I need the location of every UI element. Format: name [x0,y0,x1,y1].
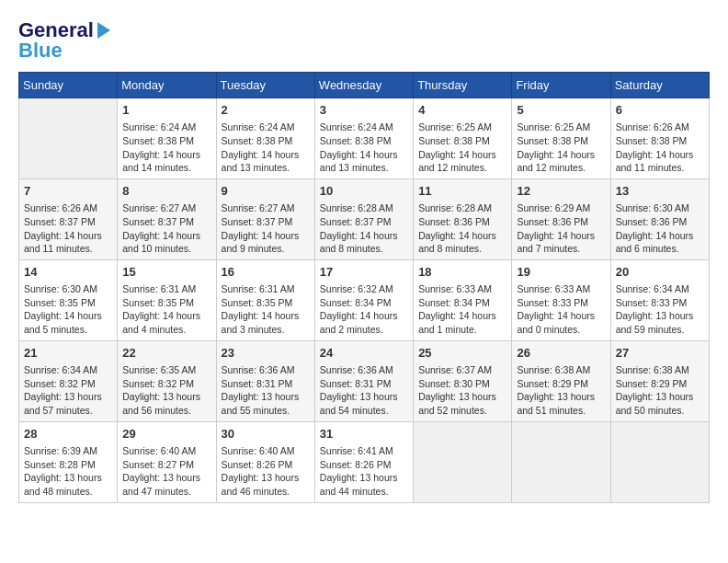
calendar-cell: 28Sunrise: 6:39 AMSunset: 8:28 PMDayligh… [19,421,118,502]
cell-content: Sunrise: 6:35 AMSunset: 8:32 PMDaylight:… [122,363,210,418]
cell-content: Sunrise: 6:38 AMSunset: 8:29 PMDaylight:… [517,363,605,418]
calendar-cell: 26Sunrise: 6:38 AMSunset: 8:29 PMDayligh… [512,340,610,421]
day-number: 30 [222,426,310,442]
calendar-cell [19,98,118,179]
day-number: 31 [320,426,408,442]
calendar-cell: 14Sunrise: 6:30 AMSunset: 8:35 PMDayligh… [19,259,118,340]
day-number: 28 [24,426,112,442]
calendar-cell: 30Sunrise: 6:40 AMSunset: 8:26 PMDayligh… [216,421,314,502]
calendar-cell: 27Sunrise: 6:38 AMSunset: 8:29 PMDayligh… [610,340,709,421]
calendar-cell: 18Sunrise: 6:33 AMSunset: 8:34 PMDayligh… [414,259,512,340]
cell-content: Sunrise: 6:37 AMSunset: 8:30 PMDaylight:… [418,363,506,418]
cell-content: Sunrise: 6:28 AMSunset: 8:37 PMDaylight:… [320,201,408,256]
cell-content: Sunrise: 6:28 AMSunset: 8:36 PMDaylight:… [418,201,506,256]
column-header-monday: Monday [118,73,216,98]
cell-content: Sunrise: 6:25 AMSunset: 8:38 PMDaylight:… [418,121,506,175]
calendar-cell: 31Sunrise: 6:41 AMSunset: 8:26 PMDayligh… [314,421,413,502]
logo-arrow-icon [97,22,110,39]
column-header-sunday: Sunday [19,73,118,98]
cell-content: Sunrise: 6:25 AMSunset: 8:38 PMDaylight:… [517,121,605,175]
day-number: 18 [418,264,506,281]
calendar-cell: 1Sunrise: 6:24 AMSunset: 8:38 PMDaylight… [118,98,216,179]
calendar-cell: 7Sunrise: 6:26 AMSunset: 8:37 PMDaylight… [19,178,118,259]
calendar-cell: 29Sunrise: 6:40 AMSunset: 8:27 PMDayligh… [118,421,216,502]
calendar-week-row: 14Sunrise: 6:30 AMSunset: 8:35 PMDayligh… [19,259,710,340]
calendar-week-row: 28Sunrise: 6:39 AMSunset: 8:28 PMDayligh… [19,421,710,502]
day-number: 13 [616,183,704,200]
day-number: 1 [122,102,210,119]
cell-content: Sunrise: 6:26 AMSunset: 8:37 PMDaylight:… [24,201,112,256]
day-number: 15 [122,264,210,281]
calendar-cell [414,421,512,502]
calendar-week-row: 1Sunrise: 6:24 AMSunset: 8:38 PMDaylight… [19,98,710,179]
calendar-cell: 21Sunrise: 6:34 AMSunset: 8:32 PMDayligh… [19,340,118,421]
cell-content: Sunrise: 6:31 AMSunset: 8:35 PMDaylight:… [222,282,310,337]
page-header: General Blue [18,18,710,63]
calendar-cell: 23Sunrise: 6:36 AMSunset: 8:31 PMDayligh… [216,340,314,421]
calendar-cell: 19Sunrise: 6:33 AMSunset: 8:33 PMDayligh… [512,259,610,340]
day-number: 24 [320,345,408,362]
cell-content: Sunrise: 6:32 AMSunset: 8:34 PMDaylight:… [320,282,408,337]
day-number: 25 [418,345,506,362]
day-number: 4 [418,102,506,119]
cell-content: Sunrise: 6:39 AMSunset: 8:28 PMDaylight:… [24,444,112,499]
calendar-cell: 24Sunrise: 6:36 AMSunset: 8:31 PMDayligh… [314,340,413,421]
day-number: 20 [616,264,704,281]
day-number: 7 [24,183,112,200]
calendar-cell: 20Sunrise: 6:34 AMSunset: 8:33 PMDayligh… [610,259,709,340]
day-number: 17 [320,264,408,281]
day-number: 6 [616,102,704,119]
cell-content: Sunrise: 6:36 AMSunset: 8:31 PMDaylight:… [320,363,408,418]
calendar-cell: 4Sunrise: 6:25 AMSunset: 8:38 PMDaylight… [414,98,512,179]
cell-content: Sunrise: 6:27 AMSunset: 8:37 PMDaylight:… [222,201,310,256]
calendar-table: SundayMondayTuesdayWednesdayThursdayFrid… [18,72,710,503]
day-number: 8 [122,183,210,200]
day-number: 23 [222,345,310,362]
day-number: 14 [24,264,112,281]
column-header-wednesday: Wednesday [314,73,413,98]
day-number: 10 [320,183,408,200]
cell-content: Sunrise: 6:30 AMSunset: 8:35 PMDaylight:… [24,282,112,337]
calendar-cell: 2Sunrise: 6:24 AMSunset: 8:38 PMDaylight… [216,98,314,179]
day-number: 21 [24,345,112,362]
cell-content: Sunrise: 6:24 AMSunset: 8:38 PMDaylight:… [122,121,210,175]
calendar-cell: 3Sunrise: 6:24 AMSunset: 8:38 PMDaylight… [314,98,413,179]
day-number: 11 [418,183,506,200]
calendar-cell: 22Sunrise: 6:35 AMSunset: 8:32 PMDayligh… [118,340,216,421]
calendar-cell: 25Sunrise: 6:37 AMSunset: 8:30 PMDayligh… [414,340,512,421]
cell-content: Sunrise: 6:24 AMSunset: 8:38 PMDaylight:… [320,121,408,175]
day-number: 3 [320,102,408,119]
cell-content: Sunrise: 6:41 AMSunset: 8:26 PMDaylight:… [320,444,408,499]
calendar-week-row: 7Sunrise: 6:26 AMSunset: 8:37 PMDaylight… [19,178,710,259]
column-header-saturday: Saturday [610,73,709,98]
calendar-cell: 5Sunrise: 6:25 AMSunset: 8:38 PMDaylight… [512,98,610,179]
calendar-cell: 11Sunrise: 6:28 AMSunset: 8:36 PMDayligh… [414,178,512,259]
cell-content: Sunrise: 6:40 AMSunset: 8:27 PMDaylight:… [122,444,210,499]
day-number: 9 [222,183,310,200]
calendar-cell: 6Sunrise: 6:26 AMSunset: 8:38 PMDaylight… [610,98,709,179]
cell-content: Sunrise: 6:30 AMSunset: 8:36 PMDaylight:… [616,201,704,256]
day-number: 2 [222,102,310,119]
cell-content: Sunrise: 6:33 AMSunset: 8:33 PMDaylight:… [517,282,605,337]
day-number: 29 [122,426,210,442]
cell-content: Sunrise: 6:29 AMSunset: 8:36 PMDaylight:… [517,201,605,256]
day-number: 27 [616,345,704,362]
cell-content: Sunrise: 6:27 AMSunset: 8:37 PMDaylight:… [122,201,210,256]
column-header-friday: Friday [512,73,610,98]
cell-content: Sunrise: 6:40 AMSunset: 8:26 PMDaylight:… [222,444,310,499]
cell-content: Sunrise: 6:24 AMSunset: 8:38 PMDaylight:… [222,121,310,175]
cell-content: Sunrise: 6:34 AMSunset: 8:32 PMDaylight:… [24,363,112,418]
day-number: 16 [222,264,310,281]
calendar-cell: 10Sunrise: 6:28 AMSunset: 8:37 PMDayligh… [314,178,413,259]
column-header-tuesday: Tuesday [216,73,314,98]
logo-blue: Blue [18,39,63,63]
logo: General Blue [18,18,110,63]
calendar-week-row: 21Sunrise: 6:34 AMSunset: 8:32 PMDayligh… [19,340,710,421]
day-number: 5 [517,102,605,119]
cell-content: Sunrise: 6:26 AMSunset: 8:38 PMDaylight:… [616,121,704,175]
day-number: 12 [517,183,605,200]
calendar-cell: 15Sunrise: 6:31 AMSunset: 8:35 PMDayligh… [118,259,216,340]
cell-content: Sunrise: 6:31 AMSunset: 8:35 PMDaylight:… [122,282,210,337]
cell-content: Sunrise: 6:34 AMSunset: 8:33 PMDaylight:… [616,282,704,337]
calendar-cell: 17Sunrise: 6:32 AMSunset: 8:34 PMDayligh… [314,259,413,340]
